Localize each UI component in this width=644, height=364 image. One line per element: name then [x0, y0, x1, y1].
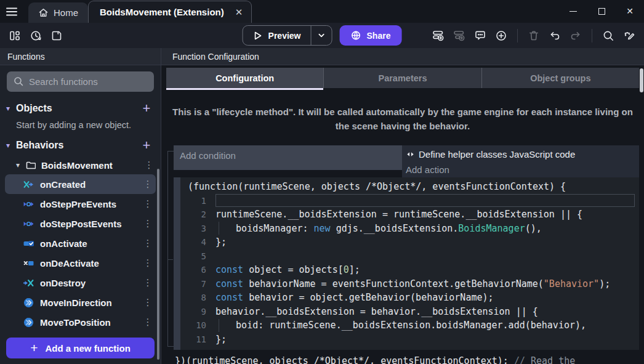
add-condition-cell[interactable]: Add condition	[174, 145, 402, 170]
trash-icon[interactable]	[525, 27, 542, 44]
gdevelop-window: Home BoidsMovement (Extension) ✕ ✕ Previ…	[0, 0, 644, 364]
code-line-3: 3 boidsManager: new gdjs.__boidsExtensio…	[188, 222, 637, 236]
tab-configuration[interactable]: Configuration	[166, 68, 323, 88]
js-code-editor[interactable]: (function(runtimeScene, objects /*Object…	[180, 177, 639, 350]
code-footer-line: })(runtimeScene, objects /*Object*/, eve…	[174, 350, 612, 364]
line-content	[215, 249, 637, 264]
line-content: };	[215, 333, 637, 347]
function-item-label: onDestroy	[40, 278, 142, 288]
kebab-menu-icon[interactable]: ⋮	[142, 179, 153, 190]
function-configuration-panel: Function Configuration Configuration Par…	[161, 48, 644, 364]
function-item-label: MoveToPosition	[40, 317, 142, 328]
hamburger-icon	[5, 5, 18, 18]
event-bracket	[167, 151, 173, 347]
function-item-label: onActivate	[40, 238, 142, 249]
lifecycle-description: This is a "lifecycle method". It will be…	[167, 105, 638, 134]
code-footer-text: })(runtimeScene, objects /*Object*/, eve…	[175, 355, 514, 364]
save-icon[interactable]	[48, 27, 65, 44]
lifecycle-destroy-icon	[23, 278, 34, 288]
js-code-action[interactable]: Define helper classes JavaScript code	[402, 145, 639, 162]
add-subevent-icon[interactable]	[451, 27, 468, 44]
step-events-icon	[23, 219, 34, 229]
code-line-7: 7const behaviorName = eventsFunctionCont…	[188, 277, 637, 291]
edit-extension-icon[interactable]	[621, 27, 638, 44]
kebab-menu-icon[interactable]: ⋮	[142, 238, 153, 249]
line-number: 10	[188, 320, 206, 330]
add-object-button[interactable]: +	[140, 102, 153, 115]
plus-icon: +	[30, 341, 38, 355]
line-content: runtimeScene.__boidsExtension = runtimeS…	[215, 208, 637, 222]
toolbar-divider	[592, 29, 592, 42]
kebab-menu-icon[interactable]: ⋮	[142, 317, 153, 328]
project-manager-icon[interactable]	[6, 27, 23, 44]
add-function-label: Add a new function	[45, 343, 130, 354]
code-icon	[406, 150, 415, 159]
function-item-dosteppreevents[interactable]: doStepPreEvents⋮	[5, 194, 156, 214]
behavior-group-label: BoidsMovement	[41, 160, 143, 171]
current-line-highlight	[215, 194, 635, 207]
tab-parameters[interactable]: Parameters	[323, 68, 481, 88]
toolbar-right-icons	[430, 27, 638, 44]
activate-icon	[23, 238, 34, 249]
tab-close-icon[interactable]: ✕	[235, 7, 243, 18]
line-number: 2	[188, 209, 206, 219]
event-code-row: (function(runtimeScene, objects /*Object…	[174, 177, 639, 350]
code-line-10: 10 boid: runtimeScene.__boidsExtension.b…	[188, 318, 637, 333]
search-icon[interactable]	[600, 27, 617, 44]
behavior-group-boidsmovement[interactable]: ▾ BoidsMovement ⋮	[0, 156, 161, 174]
add-action-cell[interactable]: Add action	[402, 162, 639, 177]
function-item-oncreated[interactable]: onCreated⋮	[5, 174, 156, 194]
add-function-button[interactable]: + Add a new function	[6, 338, 155, 358]
kebab-menu-icon[interactable]: ⋮	[142, 218, 153, 229]
event-drag-handle[interactable]	[174, 177, 180, 350]
hamburger-menu-button[interactable]	[0, 1, 23, 23]
history-icon[interactable]	[27, 27, 44, 44]
function-item-ondeactivate[interactable]: onDeActivate⋮	[5, 253, 156, 273]
function-item-moveindirection[interactable]: MoveInDirection⋮	[5, 293, 156, 312]
maximize-button[interactable]	[587, 0, 616, 22]
add-comment-icon[interactable]	[472, 27, 489, 44]
kebab-menu-icon[interactable]: ⋮	[142, 198, 153, 209]
tab-object-groups[interactable]: Object groups	[481, 68, 639, 88]
function-item-movetoposition[interactable]: MoveToPosition⋮	[5, 312, 156, 332]
sidebar-title: Functions	[0, 48, 161, 65]
functions-tree: ▾ Objects + Start by adding a new object…	[0, 95, 161, 333]
add-circle-icon[interactable]	[493, 27, 510, 44]
toolbar-center: Preview Share	[243, 25, 402, 46]
function-item-ondestroy[interactable]: onDestroy⋮	[5, 273, 156, 293]
home-icon	[38, 7, 49, 18]
function-item-label: onCreated	[40, 179, 142, 190]
kebab-menu-icon[interactable]: ⋮	[143, 160, 155, 171]
section-behaviors[interactable]: ▾ Behaviors +	[0, 136, 161, 155]
search-functions-input[interactable]	[7, 71, 154, 92]
sidebar-scrollbar-thumb[interactable]	[157, 169, 159, 360]
main-scrollbar-thumb[interactable]	[640, 68, 643, 92]
folder-icon	[26, 160, 36, 170]
tab-home[interactable]: Home	[28, 2, 88, 23]
kebab-menu-icon[interactable]: ⋮	[142, 297, 153, 308]
code-footer-comment: //	[514, 355, 531, 364]
preview-button[interactable]: Preview	[243, 26, 311, 45]
function-item-label: doStepPostEvents	[40, 219, 142, 229]
function-item-onactivate[interactable]: onActivate⋮	[5, 233, 156, 253]
kebab-menu-icon[interactable]: ⋮	[142, 277, 153, 288]
minimize-button[interactable]	[559, 0, 587, 22]
deactivate-icon	[23, 258, 34, 269]
kebab-menu-icon[interactable]: ⋮	[142, 257, 153, 269]
code-line-4: 4};	[188, 235, 637, 249]
add-event-icon[interactable]	[430, 27, 447, 44]
events-sheet: Add condition Define helper classes Java…	[161, 134, 644, 364]
add-behavior-button[interactable]: +	[140, 139, 153, 152]
line-content: const object = objects[0];	[215, 263, 637, 277]
share-button[interactable]: Share	[340, 25, 402, 46]
redo-icon[interactable]	[567, 27, 584, 44]
close-button[interactable]: ✕	[616, 0, 644, 22]
section-objects[interactable]: ▾ Objects +	[0, 99, 161, 118]
preview-dropdown-button[interactable]	[311, 26, 332, 45]
chevron-down-icon	[318, 31, 326, 39]
function-item-dosteppostevents[interactable]: doStepPostEvents⋮	[5, 214, 156, 233]
chevron-down-icon: ▾	[16, 161, 26, 169]
tab-boidsmovement-extension[interactable]: BoidsMovement (Extension) ✕	[88, 1, 252, 23]
undo-icon[interactable]	[546, 27, 563, 44]
globe-icon	[351, 30, 361, 41]
